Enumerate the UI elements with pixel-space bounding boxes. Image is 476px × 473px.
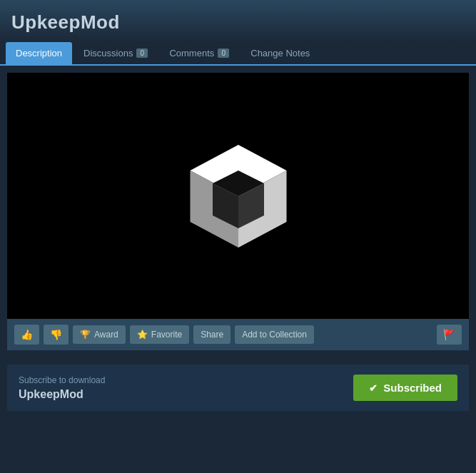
tab-change-notes[interactable]: Change Notes: [240, 42, 320, 64]
subscribe-mod-name: UpkeepMod: [19, 388, 105, 401]
check-icon: ✔: [369, 382, 378, 394]
flag-button[interactable]: 🚩: [437, 325, 462, 345]
thumbs-up-button[interactable]: 👍: [14, 325, 39, 345]
page-title: UpkeepMod: [11, 11, 120, 33]
share-button[interactable]: Share: [193, 325, 231, 344]
comments-badge: 0: [218, 49, 229, 58]
preview-container: [7, 73, 469, 319]
subscribe-section: Subscribe to download UpkeepMod ✔ Subscr…: [7, 365, 469, 411]
award-button[interactable]: 🏆 Award: [73, 325, 126, 344]
tab-comments[interactable]: Comments 0: [159, 42, 239, 64]
cube-logo-image: [174, 132, 303, 260]
tabs-bar: Description Discussions 0 Comments 0 Cha…: [0, 42, 476, 66]
thumbs-down-icon: 👎: [50, 329, 62, 340]
discussions-badge: 0: [136, 49, 148, 58]
star-icon: ⭐: [137, 330, 148, 340]
flag-icon: 🚩: [443, 329, 455, 340]
award-icon: 🏆: [80, 330, 91, 340]
thumbs-down-button[interactable]: 👎: [44, 325, 69, 345]
add-to-collection-button[interactable]: Add to Collection: [235, 325, 314, 344]
favorite-button[interactable]: ⭐ Favorite: [130, 325, 189, 344]
subscribe-label: Subscribe to download: [19, 375, 105, 385]
action-bar: 👍 👎 🏆 Award ⭐ Favorite Share Add to Coll…: [7, 319, 469, 350]
tab-description[interactable]: Description: [6, 42, 72, 64]
subscribe-info: Subscribe to download UpkeepMod: [19, 375, 105, 401]
header: UpkeepMod: [0, 0, 476, 42]
thumbs-up-icon: 👍: [21, 329, 33, 340]
subscribed-button[interactable]: ✔ Subscribed: [353, 375, 457, 401]
content-area: 👍 👎 🏆 Award ⭐ Favorite Share Add to Coll…: [0, 66, 476, 357]
tab-discussions[interactable]: Discussions 0: [74, 42, 158, 64]
